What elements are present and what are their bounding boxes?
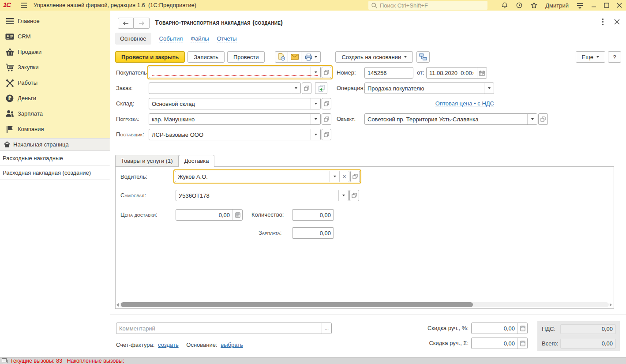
more-button[interactable]: Еще: [576, 51, 605, 63]
warehouse-field[interactable]: [149, 98, 321, 109]
kebab-menu-icon[interactable]: [602, 18, 604, 26]
open-icon[interactable]: [538, 113, 548, 125]
loading-input[interactable]: [149, 114, 311, 124]
horizontal-scrollbar[interactable]: [116, 302, 612, 308]
delivery-price-input[interactable]: [176, 210, 232, 220]
minimize-button[interactable]: [591, 3, 596, 8]
close-window-button[interactable]: [617, 3, 622, 8]
dropdown-icon[interactable]: [311, 98, 320, 109]
truck-field[interactable]: [176, 190, 349, 201]
current-user[interactable]: Дмитрий: [545, 2, 569, 9]
create-on-base-button[interactable]: Создать на основании: [335, 51, 413, 63]
tab-goods-services[interactable]: Товары и услуги (1): [115, 155, 179, 166]
number-field[interactable]: [364, 67, 413, 79]
dropdown-icon[interactable]: [527, 114, 537, 124]
tab-main[interactable]: Основное: [115, 33, 151, 45]
sidebar-item-main[interactable]: Главное: [0, 13, 110, 29]
dropdown-icon[interactable]: [311, 114, 320, 124]
search-input[interactable]: [380, 2, 485, 9]
sidebar-item-sales[interactable]: Продажи: [0, 44, 110, 60]
tab-delivery[interactable]: Доставка: [179, 155, 215, 167]
favorites-star-icon[interactable]: [530, 2, 538, 9]
calculator-icon[interactable]: [232, 210, 242, 220]
back-button[interactable]: [118, 18, 134, 29]
operation-input[interactable]: [365, 83, 484, 94]
tab-events[interactable]: События: [159, 35, 183, 42]
nav-expense-invoice-new[interactable]: Расходная накладная (создание): [0, 165, 110, 180]
qty-field[interactable]: [292, 209, 334, 221]
sidebar-item-crm[interactable]: CRM: [0, 29, 110, 44]
discount-sum-input[interactable]: [472, 338, 517, 349]
tab-files[interactable]: Файлы: [191, 35, 209, 42]
warehouse-input[interactable]: [149, 98, 311, 109]
open-icon[interactable]: [322, 67, 331, 78]
qty-input[interactable]: [292, 210, 334, 220]
calendar-icon[interactable]: [477, 68, 487, 78]
open-icon[interactable]: [350, 171, 360, 182]
nav-expense-invoices[interactable]: Расходные накладные: [0, 151, 110, 165]
supplier-input[interactable]: [149, 129, 311, 140]
nav-home-page[interactable]: Начальная страница: [0, 138, 110, 151]
supplier-field[interactable]: [149, 129, 321, 140]
comment-field[interactable]: ...: [116, 323, 332, 334]
salary-input[interactable]: [292, 228, 334, 238]
notifications-bell-icon[interactable]: [501, 2, 508, 9]
discount-pct-input[interactable]: [472, 323, 517, 334]
sidebar-item-salary[interactable]: Зарплата: [0, 106, 110, 121]
sidebar-item-purchases[interactable]: Закупки: [0, 60, 110, 75]
open-icon[interactable]: [322, 129, 331, 140]
delivery-price-field[interactable]: [176, 209, 243, 221]
scroll-left-icon[interactable]: [116, 303, 119, 307]
document-clock-button[interactable]: [275, 51, 288, 63]
sidebar-item-company[interactable]: Компания: [0, 121, 110, 137]
dropdown-icon[interactable]: [311, 67, 320, 78]
send-email-button[interactable]: [288, 51, 301, 63]
comment-more-icon[interactable]: ...: [322, 323, 331, 334]
invoice-create-link[interactable]: создать: [158, 341, 179, 348]
truck-input[interactable]: [176, 190, 338, 201]
object-input[interactable]: [365, 114, 527, 124]
date-field[interactable]: [426, 67, 487, 79]
fill-from-order-icon[interactable]: [315, 82, 327, 94]
loading-field[interactable]: [149, 113, 321, 125]
object-field[interactable]: [364, 113, 537, 125]
operation-field[interactable]: [364, 83, 494, 94]
close-form-icon[interactable]: [614, 19, 620, 25]
post-button[interactable]: Провести: [227, 51, 265, 63]
date-input[interactable]: [427, 68, 477, 78]
dropdown-icon[interactable]: [311, 129, 320, 140]
print-dropdown-icon[interactable]: [315, 56, 317, 58]
salary-field[interactable]: [292, 227, 334, 239]
clear-icon[interactable]: ×: [339, 171, 349, 182]
buyer-field[interactable]: [149, 67, 321, 78]
main-menu-icon[interactable]: [20, 2, 27, 8]
performance-indicator-icon[interactable]: [2, 358, 7, 363]
driver-input[interactable]: [175, 171, 330, 182]
discount-pct-field[interactable]: [471, 323, 528, 334]
dropdown-icon[interactable]: [291, 83, 300, 94]
forward-button[interactable]: [134, 18, 150, 29]
scroll-thumb[interactable]: [121, 302, 473, 307]
number-input[interactable]: [365, 68, 413, 78]
open-icon[interactable]: [322, 98, 331, 109]
dropdown-icon[interactable]: [330, 171, 339, 182]
scroll-track[interactable]: [120, 302, 609, 307]
history-icon[interactable]: [516, 2, 523, 9]
calculator-icon[interactable]: [517, 338, 527, 349]
open-icon[interactable]: [349, 190, 359, 201]
open-icon[interactable]: [302, 83, 311, 94]
discount-sum-field[interactable]: [471, 338, 528, 349]
scroll-right-icon[interactable]: [610, 303, 612, 307]
maximize-button[interactable]: [604, 3, 609, 8]
dropdown-icon[interactable]: [338, 190, 348, 201]
global-search[interactable]: [368, 1, 487, 10]
tab-reports[interactable]: Отчеты: [217, 35, 237, 42]
service-menu-icon[interactable]: [576, 2, 584, 9]
order-field[interactable]: [149, 83, 301, 94]
help-button[interactable]: ?: [608, 51, 621, 63]
print-button[interactable]: [301, 51, 321, 63]
basis-select-link[interactable]: выбрать: [221, 341, 243, 348]
buyer-input[interactable]: [149, 67, 311, 78]
post-and-close-button[interactable]: Провести и закрыть: [115, 51, 185, 63]
order-input[interactable]: [149, 83, 291, 94]
